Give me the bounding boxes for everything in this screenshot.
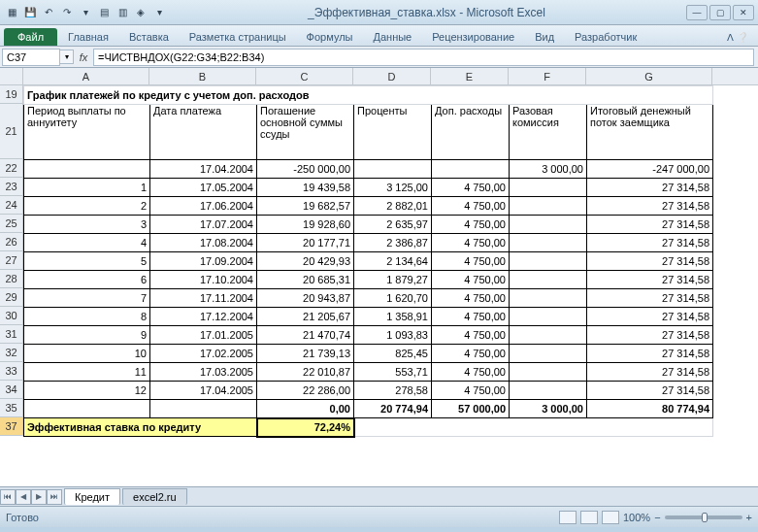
name-box-dropdown-icon[interactable]: ▾ xyxy=(60,50,74,64)
principal-cell[interactable]: 19 682,57 xyxy=(257,197,354,216)
total-principal[interactable]: 0,00 xyxy=(257,400,354,418)
expense-cell[interactable]: 4 750,00 xyxy=(432,179,510,197)
col-header-F[interactable]: F xyxy=(509,68,586,84)
row-header-21[interactable]: 21 xyxy=(0,104,22,159)
tab-insert[interactable]: Вставка xyxy=(119,28,179,46)
principal-cell[interactable]: 20 685,31 xyxy=(257,271,354,289)
fx-button[interactable]: fx xyxy=(74,51,93,63)
save-icon[interactable]: 💾 xyxy=(22,5,38,20)
date-cell[interactable]: 17.06.2004 xyxy=(150,197,257,216)
period-cell[interactable]: 3 xyxy=(24,216,150,234)
close-button[interactable]: ✕ xyxy=(733,5,754,20)
qat-more-icon[interactable]: ▾ xyxy=(78,5,93,20)
interest-cell[interactable]: 1 879,27 xyxy=(354,271,432,289)
principal-cell[interactable]: 20 177,71 xyxy=(257,234,354,252)
commission-cell[interactable] xyxy=(510,308,587,326)
commission-cell[interactable] xyxy=(510,289,587,308)
principal-cell[interactable]: 21 205,67 xyxy=(257,308,354,326)
total-flow-cell[interactable]: 27 314,58 xyxy=(587,345,713,363)
commission-cell[interactable] xyxy=(510,271,587,289)
total-flow-cell[interactable]: 27 314,58 xyxy=(587,197,713,216)
expense-cell[interactable]: 4 750,00 xyxy=(432,252,510,271)
date-cell[interactable]: 17.04.2004 xyxy=(150,160,257,179)
interest-cell[interactable]: 2 134,64 xyxy=(354,252,432,271)
row-header-31[interactable]: 31 xyxy=(0,325,22,344)
zoom-in-button[interactable]: + xyxy=(746,512,752,523)
expense-cell[interactable]: 4 750,00 xyxy=(432,345,510,363)
row-header-32[interactable]: 32 xyxy=(0,344,22,362)
total-flow-cell[interactable]: 27 314,58 xyxy=(587,234,713,252)
date-cell[interactable]: 17.07.2004 xyxy=(150,216,257,234)
commission-cell[interactable] xyxy=(510,216,587,234)
row-header-34[interactable]: 34 xyxy=(0,381,22,399)
col-header-cell[interactable]: Проценты xyxy=(354,105,432,160)
tab-review[interactable]: Рецензирование xyxy=(422,28,524,46)
sheet-nav-prev-icon[interactable]: ◀ xyxy=(16,489,31,505)
zoom-level[interactable]: 100% xyxy=(623,512,650,523)
tab-developer[interactable]: Разработчик xyxy=(565,28,646,46)
commission-cell[interactable]: 3 000,00 xyxy=(510,160,587,179)
col-header-C[interactable]: C xyxy=(256,68,353,84)
zoom-out-button[interactable]: − xyxy=(654,512,660,523)
row-header-29[interactable]: 29 xyxy=(0,288,22,307)
qat-tool1-icon[interactable]: ▤ xyxy=(96,5,112,20)
interest-cell[interactable]: 3 125,00 xyxy=(354,179,432,197)
col-header-B[interactable]: B xyxy=(149,68,256,84)
period-cell[interactable] xyxy=(24,160,150,179)
view-page-layout-button[interactable] xyxy=(580,511,598,524)
principal-cell[interactable]: 19 928,60 xyxy=(257,216,354,234)
date-cell[interactable]: 17.02.2005 xyxy=(150,345,257,363)
expense-cell[interactable]: 4 750,00 xyxy=(432,234,510,252)
expense-cell[interactable]: 4 750,00 xyxy=(432,363,510,382)
commission-cell[interactable] xyxy=(510,234,587,252)
commission-cell[interactable] xyxy=(510,197,587,216)
principal-cell[interactable]: -250 000,00 xyxy=(257,160,354,179)
total-flow-cell[interactable]: 27 314,58 xyxy=(587,271,713,289)
col-header-cell[interactable]: Период выплаты по аннуитету xyxy=(24,105,150,160)
cell[interactable] xyxy=(150,400,257,418)
row-header-33[interactable]: 33 xyxy=(0,362,22,381)
sheet-nav-next-icon[interactable]: ▶ xyxy=(31,489,47,505)
period-cell[interactable]: 4 xyxy=(24,234,150,252)
row-header-35[interactable]: 35 xyxy=(0,399,22,417)
formula-input[interactable]: =ЧИСТВНДОХ(G22:G34;B22:B34) xyxy=(93,49,754,66)
total-flow-cell[interactable]: 27 314,58 xyxy=(587,326,713,345)
period-cell[interactable]: 1 xyxy=(24,179,150,197)
ribbon-minimize-icon[interactable]: ᐱ ❔ xyxy=(717,29,758,46)
date-cell[interactable]: 17.03.2005 xyxy=(150,363,257,382)
qat-tool2-icon[interactable]: ▥ xyxy=(115,5,130,20)
expense-cell[interactable]: 4 750,00 xyxy=(432,197,510,216)
zoom-slider[interactable] xyxy=(665,515,742,519)
cells-grid[interactable]: График платежей по кредиту с учетом доп.… xyxy=(23,85,758,437)
principal-cell[interactable]: 20 429,93 xyxy=(257,252,354,271)
col-header-D[interactable]: D xyxy=(353,68,431,84)
total-expense[interactable]: 57 000,00 xyxy=(432,400,510,418)
total-flow-cell[interactable]: 27 314,58 xyxy=(587,179,713,197)
interest-cell[interactable] xyxy=(354,160,432,179)
undo-icon[interactable]: ↶ xyxy=(41,5,56,20)
qat-tool3-icon[interactable]: ◈ xyxy=(133,5,148,20)
col-header-A[interactable]: A xyxy=(23,68,149,84)
maximize-button[interactable]: ▢ xyxy=(709,5,731,20)
qat-tool4-icon[interactable]: ▾ xyxy=(151,5,167,20)
interest-cell[interactable]: 1 358,91 xyxy=(354,308,432,326)
row-header-23[interactable]: 23 xyxy=(0,178,22,196)
commission-cell[interactable] xyxy=(510,179,587,197)
cell[interactable] xyxy=(24,400,150,418)
principal-cell[interactable]: 21 470,74 xyxy=(257,326,354,345)
expense-cell[interactable]: 4 750,00 xyxy=(432,216,510,234)
file-tab[interactable]: Файл xyxy=(4,28,57,46)
expense-cell[interactable]: 4 750,00 xyxy=(432,271,510,289)
period-cell[interactable]: 6 xyxy=(24,271,150,289)
date-cell[interactable]: 17.09.2004 xyxy=(150,252,257,271)
principal-cell[interactable]: 22 286,00 xyxy=(257,382,354,400)
col-header-E[interactable]: E xyxy=(431,68,509,84)
redo-icon[interactable]: ↷ xyxy=(59,5,75,20)
tab-formulas[interactable]: Формулы xyxy=(297,28,363,46)
total-flow-cell[interactable]: 27 314,58 xyxy=(587,289,713,308)
expense-cell[interactable]: 4 750,00 xyxy=(432,308,510,326)
sheet-nav-first-icon[interactable]: ⏮ xyxy=(0,489,16,505)
expense-cell[interactable]: 4 750,00 xyxy=(432,289,510,308)
total-flow-cell[interactable]: 27 314,58 xyxy=(587,252,713,271)
view-normal-button[interactable] xyxy=(559,511,577,524)
